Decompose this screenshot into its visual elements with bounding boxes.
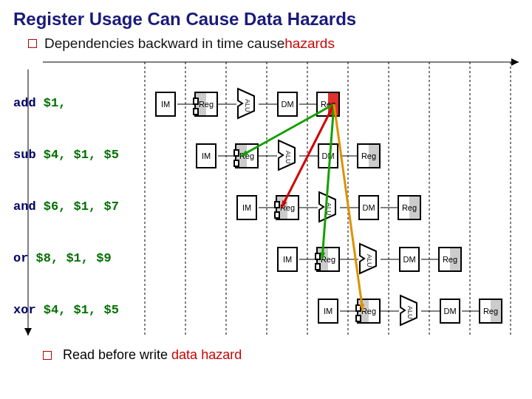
bullet-red: hazards: [284, 35, 335, 52]
bullet-text: Dependencies backward in time cause: [44, 35, 284, 52]
reg-write-box: Reg: [398, 195, 421, 220]
svg-marker-13: [24, 328, 32, 335]
reg-read-box: Reg: [276, 195, 299, 220]
svg-marker-1: [511, 58, 519, 66]
reg-read-box: Reg: [316, 247, 340, 272]
slide-title: Register Usage Can Cause Data Hazards: [13, 9, 519, 30]
reg-read-box: Reg: [194, 92, 218, 117]
reg-write-box: Reg: [316, 92, 340, 117]
reg-read-box: Reg: [357, 299, 381, 324]
pipeline-diagram: ALUALUALUALUALU add $1,IM Reg DM Regsub …: [13, 55, 519, 343]
svg-marker-20: [279, 140, 295, 170]
reg-read-box: Reg: [235, 143, 259, 168]
im-box: IM: [277, 247, 298, 272]
reg-write-box: Reg: [479, 299, 502, 324]
svg-line-48: [322, 104, 334, 259]
dm-box: DM: [277, 92, 298, 117]
instruction-label: add $1,: [13, 96, 66, 110]
bullet-dependencies: Dependencies backward in time cause haza…: [13, 35, 519, 52]
im-box: IM: [196, 143, 216, 168]
im-box: IM: [318, 299, 338, 324]
svg-text:ALU: ALU: [284, 151, 292, 164]
instruction-label: or $8, $1, $9: [13, 251, 112, 265]
svg-marker-26: [319, 192, 335, 222]
reg-write-box: Reg: [357, 143, 381, 168]
svg-marker-32: [360, 244, 376, 273]
footer-text: Read before write: [63, 347, 171, 362]
bullet-icon: [28, 39, 37, 48]
footer-red: data hazard: [171, 347, 242, 362]
instruction-label: xor $4, $1, $5: [13, 303, 119, 317]
dm-box: DM: [358, 195, 379, 220]
svg-text:ALU: ALU: [366, 254, 373, 267]
dm-box: DM: [399, 247, 420, 272]
bullet-hazard: Read before write data hazard: [13, 347, 519, 363]
dm-box: DM: [318, 143, 338, 168]
im-box: IM: [236, 195, 257, 220]
svg-marker-38: [400, 296, 417, 325]
instruction-label: sub $4, $1, $5: [13, 148, 119, 162]
bullet-icon: [43, 351, 52, 360]
reg-write-box: Reg: [438, 247, 462, 272]
im-box: IM: [155, 92, 176, 117]
svg-text:ALU: ALU: [406, 306, 414, 319]
svg-text:ALU: ALU: [244, 99, 251, 112]
instruction-label: and $6, $1, $7: [13, 200, 119, 214]
svg-marker-14: [238, 89, 254, 118]
svg-text:ALU: ALU: [325, 202, 332, 216]
dm-box: DM: [440, 299, 460, 324]
